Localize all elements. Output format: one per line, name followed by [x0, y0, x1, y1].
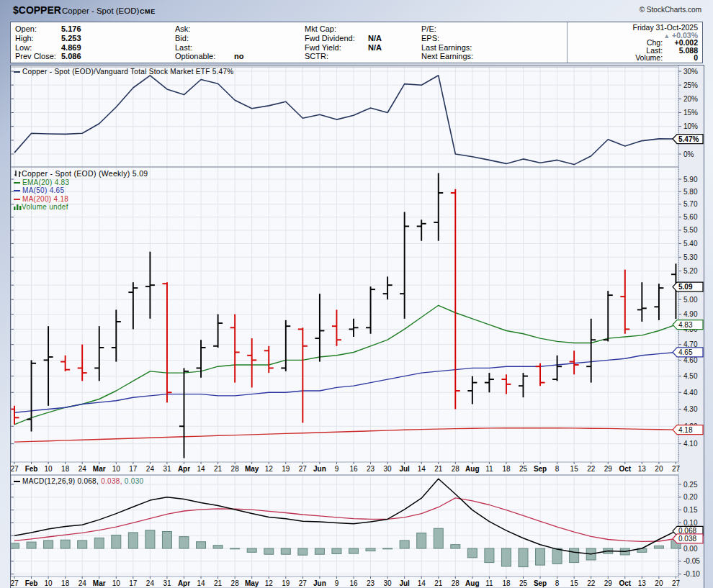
quote-row: Prev Close:5.086 [15, 52, 81, 61]
ratio-legend-label: Copper - Spot (EOD)/Vanguard Total Stock… [22, 68, 234, 76]
line-swatch-icon [14, 190, 20, 191]
stockcharts-page: $COPPER Copper - Spot (EOD) CME © StockC… [0, 0, 713, 588]
line-swatch-icon [14, 199, 20, 200]
macd-hist-value: 0.030 [125, 477, 144, 485]
svg-text:30%: 30% [683, 68, 698, 76]
svg-text:May: May [245, 579, 259, 587]
svg-text:28: 28 [452, 465, 460, 473]
quote-label: P/E: [421, 24, 486, 34]
ma50-legend-item: MA(50) 4.65 [14, 186, 148, 195]
svg-text:20: 20 [655, 465, 663, 473]
svg-text:Jul: Jul [399, 465, 410, 473]
svg-text:12: 12 [265, 579, 274, 587]
svg-text:25: 25 [519, 579, 528, 587]
svg-text:Sep: Sep [534, 465, 547, 473]
quote-row: High:5.253 [15, 34, 81, 43]
price-legend: Copper - Spot (EOD) (Weekly) 5.09 EMA(20… [14, 170, 148, 212]
svg-text:18: 18 [61, 465, 70, 473]
svg-text:Mar: Mar [93, 465, 106, 473]
svg-text:Feb: Feb [25, 465, 38, 473]
quote-column: Mkt Cap:Fwd Dividend:N/AFwd Yield:N/ASCT… [305, 24, 382, 61]
svg-text:18: 18 [502, 465, 511, 473]
svg-text:0.15: 0.15 [683, 506, 698, 514]
quote-label: Last: [175, 43, 234, 53]
ma200-legend-item: MA(200) 4.18 [14, 195, 148, 204]
volume-value: 0 [665, 54, 698, 62]
svg-text:27: 27 [11, 579, 19, 587]
quote-value: 5.176 [61, 24, 81, 33]
quote-row: Low:4.869 [15, 43, 81, 53]
svg-text:8: 8 [555, 465, 560, 473]
quote-label: Fwd Dividend: [305, 34, 368, 43]
svg-text:14: 14 [197, 465, 205, 473]
svg-text:5.50: 5.50 [683, 226, 698, 234]
svg-text:9: 9 [335, 579, 339, 587]
svg-text:5.70: 5.70 [683, 200, 698, 208]
svg-text:4.30: 4.30 [683, 405, 698, 413]
svg-text:15: 15 [570, 465, 579, 473]
price-legend-title: Copper - Spot (EOD) (Weekly) 5.09 [22, 169, 148, 178]
svg-text:10: 10 [112, 465, 121, 473]
svg-text:28: 28 [452, 579, 460, 587]
svg-text:4.10: 4.10 [683, 440, 698, 448]
quote-row: Optionable:no [175, 52, 243, 61]
quote-label: Next Earnings: [421, 52, 486, 61]
volume-row: Volume: 0 [568, 54, 698, 62]
svg-text:14: 14 [418, 465, 426, 473]
svg-text:25: 25 [519, 465, 528, 473]
quote-value: 5.086 [61, 52, 81, 60]
line-swatch-icon [14, 71, 20, 73]
svg-text:5.80: 5.80 [683, 188, 698, 196]
svg-text:May: May [245, 465, 259, 473]
svg-text:Oct: Oct [619, 579, 631, 587]
quote-column: Open:5.176High:5.253Low:4.869Prev Close:… [15, 24, 81, 61]
svg-text:18: 18 [502, 579, 511, 587]
quote-label: Bid: [175, 34, 234, 43]
chart-canvas[interactable]: 30%25%20%15%10%5%0%5.905.805.705.605.505… [11, 65, 704, 588]
svg-text:5.60: 5.60 [683, 213, 698, 221]
quote-label: High: [15, 34, 61, 43]
quote-label: Prev Close: [15, 52, 61, 61]
svg-text:28: 28 [231, 465, 240, 473]
last-row: Last: 5.088 [568, 47, 698, 55]
svg-text:4.50: 4.50 [683, 372, 698, 380]
svg-text:5.30: 5.30 [683, 253, 698, 261]
ema-legend-item: EMA(20) 4.83 [14, 178, 148, 187]
svg-text:Aug: Aug [465, 465, 479, 473]
quote-label: Mkt Cap: [305, 24, 368, 34]
svg-text:10: 10 [112, 579, 121, 587]
quote-value: no [234, 52, 243, 60]
svg-text:25%: 25% [683, 81, 698, 89]
svg-text:27: 27 [672, 579, 681, 587]
svg-text:16: 16 [349, 579, 358, 587]
svg-text:10: 10 [45, 579, 53, 587]
svg-text:16: 16 [349, 465, 358, 473]
quote-label: Last Earnings: [421, 43, 486, 53]
quote-row: Next Earnings: [421, 52, 486, 61]
svg-text:5.20: 5.20 [683, 267, 698, 275]
svg-text:0%: 0% [683, 150, 694, 158]
line-swatch-icon [14, 481, 20, 482]
svg-text:17: 17 [129, 579, 138, 587]
copyright-link[interactable]: © StockCharts.com [640, 6, 701, 14]
svg-text:17: 17 [129, 465, 138, 473]
svg-text:27: 27 [299, 579, 308, 587]
svg-text:23: 23 [367, 579, 375, 587]
svg-text:24: 24 [146, 465, 155, 473]
quote-label: EPS: [421, 34, 486, 43]
svg-text:30: 30 [384, 465, 393, 473]
svg-text:27: 27 [672, 465, 681, 473]
svg-text:Apr: Apr [178, 579, 190, 587]
quote-value: N/A [368, 43, 382, 52]
svg-text:0.25: 0.25 [683, 481, 698, 489]
svg-text:19: 19 [282, 465, 290, 473]
quote-value: N/A [368, 34, 382, 42]
quote-row: Bid: [175, 34, 243, 43]
quote-label: SCTR: [305, 52, 368, 61]
svg-text:4.65: 4.65 [678, 348, 693, 356]
svg-text:24: 24 [79, 465, 87, 473]
svg-text:21: 21 [434, 579, 443, 587]
price-legend-title-row: Copper - Spot (EOD) (Weekly) 5.09 [14, 170, 148, 178]
svg-text:0.20: 0.20 [683, 493, 698, 501]
chg-row: Chg: +0.002 [568, 39, 698, 47]
